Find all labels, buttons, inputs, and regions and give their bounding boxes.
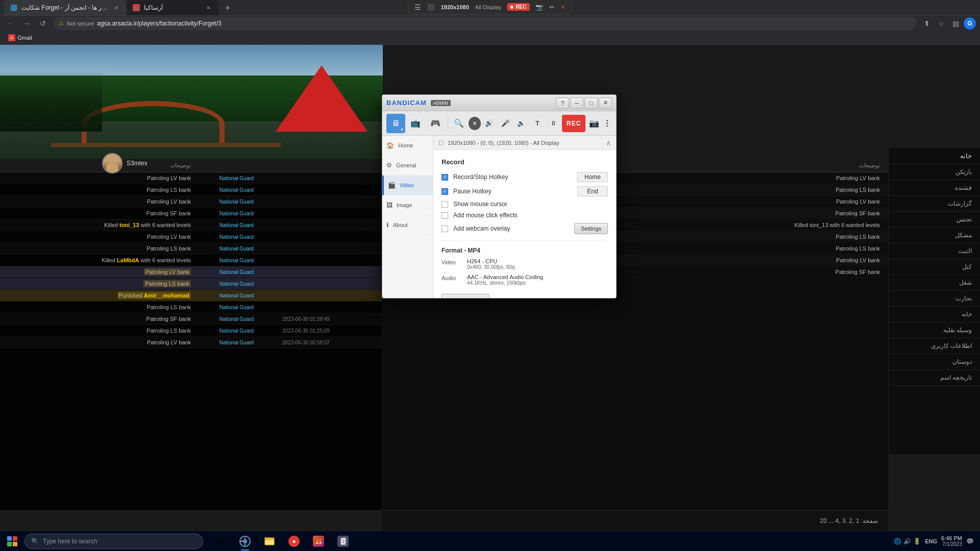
win-square-3 [7,542,12,546]
bandicam-game-tool[interactable]: 🎮 [426,114,445,133]
taskbar-app-red[interactable]: ● [283,531,305,552]
bandicam-cam-close[interactable]: ✕ [469,117,481,130]
sidebar-item-job[interactable]: شغل [889,275,980,291]
webcam-overlay-checkbox[interactable] [442,226,448,232]
activity-row-15[interactable]: Patroling LV bank National Guard 2023-06… [0,337,382,348]
taskbar-app-misc[interactable]: 🃏 [332,531,354,552]
bandicam-text-btn[interactable]: T [530,115,545,132]
activity-row-5[interactable]: Killed toni_13 with 6 wanted levels Nati… [0,219,382,231]
activity-row-4[interactable]: Patroling SF bank National Guard [0,208,382,219]
sidebar-item-trade[interactable]: تجارت [889,291,980,307]
activity-row-9[interactable]: Patroling LV bank National Guard [0,266,382,278]
system-clock[interactable]: 6:46 PM 7/1/2023 [941,535,962,547]
activity-section: توضیحات Patroling LV bank National Guard… [0,159,382,510]
new-tab-button[interactable]: + [220,1,235,15]
tab-2[interactable]: 🎮 آرساکیا ✕ [127,0,218,15]
rec-close-icon[interactable]: ✕ [560,4,566,11]
bandicam-search-btn[interactable]: 🔍 [451,115,467,132]
start-button[interactable] [0,531,24,552]
activity-row-6[interactable]: Patroling LV bank National Guard [0,231,382,243]
activity-row-1[interactable]: Patroling LV bank National Guard [0,172,382,184]
bookmark-gmail[interactable]: G Gmail [4,33,36,42]
sidebar-item-reports[interactable]: گزارشات [889,196,980,212]
bandicam-nav-video[interactable]: 🎬 Video [382,176,433,195]
bandicam-close-btn[interactable]: ✕ [599,97,612,109]
bandicam-nav-general[interactable]: ⚙ General [382,156,433,176]
tab-1-close[interactable]: ✕ [112,4,120,12]
recording-menu-icon[interactable]: ☰ [414,3,421,11]
taskbar-chrome[interactable] [234,531,256,552]
bandicam-mic-btn[interactable]: 🎤 [498,115,513,132]
back-button[interactable]: ← [4,17,16,30]
game-tool-icon: 🎮 [430,118,440,128]
win-square-1 [7,536,12,541]
activity-row-8[interactable]: Killed LaMbdA with 6 wanted levels Natio… [0,255,382,266]
bandicam-speaker-btn[interactable]: 🔈 [514,115,529,132]
taskbar-search-box[interactable]: 🔍 Type here to search [24,534,203,549]
tab-1-title: شکایت Forget - لیدر ها - انجمن آر... [21,4,108,11]
sidebar-item-problem[interactable]: مشکل [889,228,980,243]
rec-pencil-icon[interactable]: ✏ [549,4,554,11]
activity-col-desc: توضیحات [8,162,191,169]
sidebar-item-player[interactable]: بازیکن [889,164,980,180]
profile-icon[interactable]: G [964,17,976,30]
taskbar-task-view[interactable]: ⊞ [209,531,232,552]
bandicam-screen-tool[interactable]: 🖥 ▼ [386,114,405,133]
network-icon[interactable]: 🌐 [894,538,901,545]
activity-row-10[interactable]: Patroling LS bank National Guard [0,278,382,290]
language-indicator[interactable]: ENG [925,538,937,544]
overlay-settings-btn[interactable]: Settings [574,223,608,234]
sidebar-item-userinfo[interactable]: اطلاعات کاربری [889,338,980,354]
bandicam-nav-image[interactable]: 🖼 Image [382,195,433,215]
taskbar-app-fox[interactable]: 🦊 [307,531,330,552]
bandicam-help-btn[interactable]: ? [556,97,569,109]
volume-icon[interactable]: 🔊 [903,538,911,545]
show-cursor-checkbox[interactable] [442,201,448,208]
share-icon[interactable]: ⬆ [921,17,933,30]
sidebar-item-friends[interactable]: دوستان [889,354,980,370]
bandicut-btn[interactable]: BANDICUT ↗ [442,294,489,298]
bandicam-pause-btn[interactable]: ⏸ [546,115,561,132]
bandicam-nav-about[interactable]: ℹ About [382,215,433,235]
rec-badge[interactable]: REC [507,3,529,11]
rec-camera-icon[interactable]: 📷 [535,4,543,11]
sidebar-item-home2[interactable]: خانه [889,307,980,322]
sidebar-item-namehistory[interactable]: تاریخچه اسم [889,370,980,386]
record-section-title: Record [442,158,608,166]
bandicam-hdmi-tool[interactable]: 📺 [406,114,425,133]
sidebar-item-seller[interactable]: فشنده [889,180,980,196]
sidebar-item-vehicle[interactable]: وسیله نقلیه [889,322,980,338]
taskbar-explorer[interactable] [258,531,281,552]
resolution-expand-btn[interactable]: ∧ [606,139,611,147]
pagination-text[interactable]: صفحه: 1 ,2 ,3 ,4 ... 20 [820,517,878,524]
activity-row-14[interactable]: Patroling LS bank National Guard 2023-06… [0,325,382,337]
sidebar-item-altibet[interactable]: التبت [889,243,980,259]
bandicam-minimize-btn[interactable]: ─ [570,97,583,109]
sidebar-item-type[interactable]: تجنس [889,212,980,228]
bandicam-audio-btn[interactable]: 🔊 [482,115,497,132]
sidebar-item-kill[interactable]: کتل [889,259,980,275]
battery-icon[interactable]: 🔋 [913,538,921,545]
tab-2-close[interactable]: ✕ [204,4,212,12]
record-stop-checkbox[interactable]: ✓ [442,174,448,181]
pause-checkbox[interactable]: ✓ [442,188,448,195]
bandicam-screenshot-btn[interactable]: 📷 [586,115,602,132]
tab-1[interactable]: 🌐 شکایت Forget - لیدر ها - انجمن آر... ✕ [4,0,127,15]
bandicam-rec-btn[interactable]: REC [562,115,585,132]
activity-row-7[interactable]: Patroling LS bank National Guard [0,243,382,255]
reload-button[interactable]: ↺ [37,17,49,30]
activity-row-2[interactable]: Patroling LS bank National Guard [0,184,382,196]
activity-row-13[interactable]: Patroling SF bank National Guard 2023-06… [0,313,382,325]
forward-button[interactable]: → [20,17,33,30]
bandicam-maximize-btn[interactable]: □ [584,97,598,109]
bandicam-nav-home[interactable]: 🏠 Home [382,136,433,156]
bookmark-icon[interactable]: ☆ [935,17,947,30]
activity-row-3[interactable]: Patroling LV bank National Guard [0,196,382,208]
address-input[interactable]: ⚠ Not secure agsa.arsacia.ir/players/fac… [53,17,917,30]
sidebar-toggle[interactable]: ▤ [949,17,962,30]
notification-button[interactable]: 💬 [966,538,974,545]
bandicam-more-btn[interactable] [603,115,612,132]
mouse-click-checkbox[interactable] [442,212,448,219]
activity-row-12[interactable]: Patroling LS bank National Guard [0,302,382,313]
activity-row-11-punished[interactable]: Punished Amir__mohamad National Guard [0,290,382,302]
